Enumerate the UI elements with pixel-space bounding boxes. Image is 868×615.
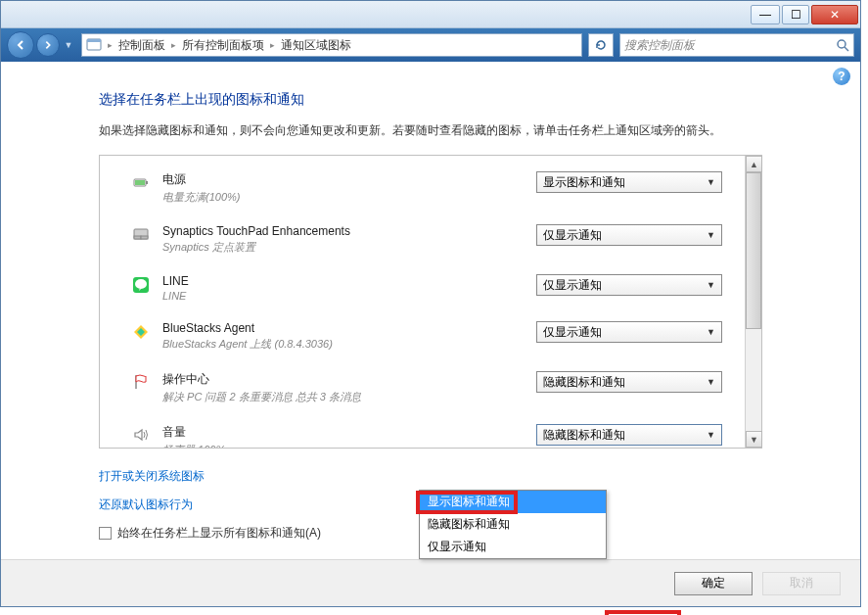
svg-line-3 xyxy=(845,47,848,51)
info-col: Synaptics TouchPad EnhancementsSynaptics… xyxy=(155,224,536,255)
app-detail: 电量充满(100%) xyxy=(162,190,536,205)
app-icon xyxy=(127,424,155,444)
scrollbar[interactable]: ▲ ▼ xyxy=(745,156,761,448)
app-name: 操作中心 xyxy=(162,371,536,388)
select-value: 隐藏图标和通知 xyxy=(543,427,625,444)
scroll-down-button[interactable]: ▼ xyxy=(746,431,762,448)
behavior-select[interactable]: 仅显示通知▼ xyxy=(536,224,722,246)
info-col: LINELINE xyxy=(155,274,536,302)
behavior-select[interactable]: 隐藏图标和通知▼ xyxy=(536,371,722,393)
behavior-select[interactable]: 仅显示通知▼ xyxy=(536,274,722,296)
chevron-down-icon: ▼ xyxy=(707,230,715,240)
minimize-button[interactable]: — xyxy=(751,5,780,24)
svg-rect-6 xyxy=(135,180,145,185)
svg-point-2 xyxy=(838,40,845,48)
app-name: LINE xyxy=(162,274,536,288)
breadcrumb-sep-icon: ▸ xyxy=(108,40,113,50)
titlebar: — ☐ ✕ xyxy=(1,1,860,28)
svg-rect-8 xyxy=(134,236,141,239)
behavior-select[interactable]: 显示图标和通知▼ xyxy=(536,171,722,193)
app-icon xyxy=(127,371,155,391)
scroll-thumb[interactable] xyxy=(746,172,761,329)
chevron-down-icon: ▼ xyxy=(707,280,715,290)
forward-button[interactable] xyxy=(36,33,60,57)
app-name: Synaptics TouchPad Enhancements xyxy=(162,224,536,238)
behavior-select[interactable]: 隐藏图标和通知▼ xyxy=(536,424,722,446)
icon-row: 音量扬声器 100%隐藏图标和通知▼ xyxy=(127,418,732,448)
content-area: ? 选择在任务栏上出现的图标和通知 如果选择隐藏图标和通知，则不会向您通知更改和… xyxy=(1,62,860,606)
breadcrumb-item[interactable]: 所有控制面板项 xyxy=(182,37,264,54)
app-detail: LINE xyxy=(162,290,536,302)
breadcrumb-item[interactable]: 通知区域图标 xyxy=(281,37,351,54)
control-panel-window: — ☐ ✕ ▼ ▸ 控制面板 ▸ 所有控制面板项 ▸ 通知区域图标 xyxy=(0,0,861,607)
chevron-down-icon: ▼ xyxy=(707,327,715,337)
svg-rect-5 xyxy=(146,181,148,184)
breadcrumb-sep-icon: ▸ xyxy=(270,40,275,50)
back-button[interactable] xyxy=(7,31,34,59)
cancel-button[interactable]: 取消 xyxy=(762,572,841,595)
dropdown-item[interactable]: 显示图标和通知 xyxy=(420,491,606,513)
chevron-down-icon: ▼ xyxy=(707,377,715,387)
app-detail: BlueStacks Agent 上线 (0.8.4.3036) xyxy=(162,337,536,352)
icon-row: BlueStacks AgentBlueStacks Agent 上线 (0.8… xyxy=(127,315,732,365)
ok-button[interactable]: 确定 xyxy=(674,572,753,595)
bottom-bar: 确定 取消 xyxy=(1,559,860,606)
help-icon[interactable]: ? xyxy=(833,68,850,85)
app-name: BlueStacks Agent xyxy=(162,321,536,335)
select-col: 仅显示通知▼ xyxy=(536,274,732,296)
info-col: 音量扬声器 100% xyxy=(155,424,536,448)
icon-row: 电源电量充满(100%)显示图标和通知▼ xyxy=(127,166,732,218)
link-system-icons[interactable]: 打开或关闭系统图标 xyxy=(99,468,762,485)
icon-row: Synaptics TouchPad EnhancementsSynaptics… xyxy=(127,218,732,268)
behavior-select[interactable]: 仅显示通知▼ xyxy=(536,321,722,343)
window-controls: — ☐ ✕ xyxy=(751,5,858,24)
history-dropdown[interactable]: ▼ xyxy=(62,40,75,50)
control-panel-icon xyxy=(86,37,102,53)
info-col: BlueStacks AgentBlueStacks Agent 上线 (0.8… xyxy=(155,321,536,352)
app-detail: Synaptics 定点装置 xyxy=(162,240,536,255)
icons-list: 电源电量充满(100%)显示图标和通知▼Synaptics TouchPad E… xyxy=(100,156,761,448)
chevron-down-icon: ▼ xyxy=(707,177,715,187)
dropdown-item[interactable]: 仅显示通知 xyxy=(420,536,606,558)
address-bar[interactable]: ▸ 控制面板 ▸ 所有控制面板项 ▸ 通知区域图标 xyxy=(81,33,582,57)
app-icon xyxy=(127,321,155,341)
search-input[interactable]: 搜索控制面板 xyxy=(619,33,854,57)
info-col: 电源电量充满(100%) xyxy=(155,171,536,205)
maximize-button[interactable]: ☐ xyxy=(782,5,809,24)
select-col: 隐藏图标和通知▼ xyxy=(536,371,732,393)
search-icon[interactable] xyxy=(836,38,849,52)
refresh-button[interactable] xyxy=(588,33,614,57)
svg-point-11 xyxy=(135,279,147,289)
behavior-dropdown[interactable]: 显示图标和通知 隐藏图标和通知 仅显示通知 xyxy=(419,490,607,559)
app-detail: 扬声器 100% xyxy=(162,443,536,448)
select-value: 仅显示通知 xyxy=(543,227,602,244)
nav-arrows: ▼ xyxy=(7,31,75,59)
icon-row: 操作中心解决 PC 问题 2 条重要消息 总共 3 条消息隐藏图标和通知▼ xyxy=(127,365,732,418)
app-detail: 解决 PC 问题 2 条重要消息 总共 3 条消息 xyxy=(162,390,536,404)
select-value: 仅显示通知 xyxy=(543,277,602,294)
app-name: 音量 xyxy=(162,424,536,441)
select-value: 显示图标和通知 xyxy=(543,174,625,191)
app-icon xyxy=(127,171,155,191)
icon-row: LINELINE仅显示通知▼ xyxy=(127,268,732,315)
chevron-down-icon: ▼ xyxy=(707,430,715,440)
close-button[interactable]: ✕ xyxy=(811,5,858,24)
info-col: 操作中心解决 PC 问题 2 条重要消息 总共 3 条消息 xyxy=(155,371,536,404)
breadcrumb-sep-icon: ▸ xyxy=(171,40,176,50)
always-show-checkbox[interactable] xyxy=(99,527,112,540)
highlight-box xyxy=(605,610,681,615)
icons-panel: 电源电量充满(100%)显示图标和通知▼Synaptics TouchPad E… xyxy=(99,155,762,449)
breadcrumb-item[interactable]: 控制面板 xyxy=(118,37,165,54)
app-name: 电源 xyxy=(162,171,536,188)
svg-rect-9 xyxy=(141,236,148,239)
search-placeholder: 搜索控制面板 xyxy=(624,37,695,54)
scroll-up-button[interactable]: ▲ xyxy=(746,156,762,172)
dropdown-item[interactable]: 隐藏图标和通知 xyxy=(420,513,606,536)
page-title: 选择在任务栏上出现的图标和通知 xyxy=(99,91,762,109)
main: 选择在任务栏上出现的图标和通知 如果选择隐藏图标和通知，则不会向您通知更改和更新… xyxy=(1,62,860,542)
always-show-label: 始终在任务栏上显示所有图标和通知(A) xyxy=(117,525,321,542)
page-subtext: 如果选择隐藏图标和通知，则不会向您通知更改和更新。若要随时查看隐藏的图标，请单击… xyxy=(99,122,762,139)
select-col: 隐藏图标和通知▼ xyxy=(536,424,732,446)
svg-rect-1 xyxy=(87,39,101,42)
select-col: 仅显示通知▼ xyxy=(536,321,732,343)
